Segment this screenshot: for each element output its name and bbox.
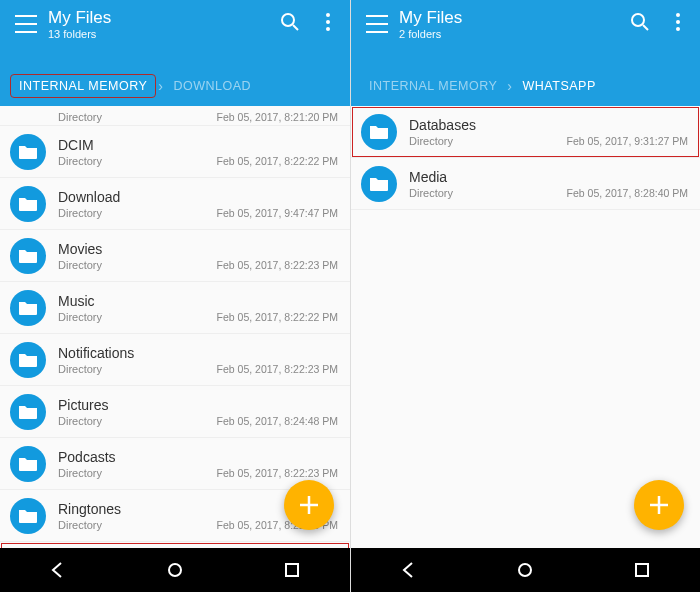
folder-icon	[18, 300, 38, 316]
file-type: Directory	[58, 467, 102, 479]
folder-icon	[18, 144, 38, 160]
svg-point-2	[326, 20, 330, 24]
plus-icon	[298, 494, 320, 516]
list-item[interactable]: MediaDirectoryFeb 05, 2017, 8:28:40 PM	[351, 158, 700, 210]
svg-point-6	[632, 14, 644, 26]
folder-icon	[18, 196, 38, 212]
file-name: Podcasts	[58, 448, 338, 467]
row-texts: NotificationsDirectoryFeb 05, 2017, 8:22…	[46, 344, 338, 375]
row-texts: MusicDirectoryFeb 05, 2017, 8:22:22 PM	[46, 292, 338, 323]
file-date: Feb 05, 2017, 8:22:23 PM	[217, 259, 338, 271]
breadcrumb: INTERNAL MEMORY›WHATSAPP	[351, 72, 700, 106]
fab-add[interactable]	[284, 480, 334, 530]
appbar-actions	[278, 8, 340, 34]
file-type: Directory	[409, 135, 453, 147]
chevron-right-icon: ›	[505, 78, 514, 94]
nav-home[interactable]	[510, 555, 540, 585]
app-title: My Files	[399, 8, 628, 28]
folder-icon-wrap	[10, 134, 46, 170]
menu-button[interactable]	[361, 8, 393, 40]
appbar-actions	[628, 8, 690, 34]
folder-icon-wrap	[10, 446, 46, 482]
search-button[interactable]	[278, 10, 302, 34]
file-name: Music	[58, 292, 338, 311]
file-date: Feb 05, 2017, 8:28:40 PM	[567, 187, 688, 199]
breadcrumb-item[interactable]: WHATSAPP	[515, 75, 604, 97]
nav-recent[interactable]	[627, 555, 657, 585]
file-date: Feb 05, 2017, 8:22:23 PM	[217, 467, 338, 479]
nav-back[interactable]	[394, 555, 424, 585]
file-type: Directory	[58, 519, 102, 531]
list-item[interactable]: PicturesDirectoryFeb 05, 2017, 8:24:48 P…	[0, 386, 350, 438]
more-vert-icon	[326, 13, 330, 31]
svg-point-10	[519, 564, 531, 576]
overflow-button[interactable]	[316, 10, 340, 34]
file-type: Directory	[58, 207, 102, 219]
file-name: Databases	[409, 116, 688, 135]
file-name: Notifications	[58, 344, 338, 363]
back-icon	[49, 561, 67, 579]
nav-home[interactable]	[160, 555, 190, 585]
breadcrumb-item[interactable]: INTERNAL MEMORY	[361, 75, 505, 97]
search-icon	[630, 12, 650, 32]
folder-icon	[18, 456, 38, 472]
file-type: Directory	[58, 311, 102, 323]
row-texts: DCIMDirectoryFeb 05, 2017, 8:22:22 PM	[46, 136, 338, 167]
folder-icon-wrap	[361, 114, 397, 150]
folder-icon-wrap	[10, 238, 46, 274]
recent-icon	[634, 562, 650, 578]
navbar	[0, 548, 350, 592]
file-name: Pictures	[58, 396, 338, 415]
menu-button[interactable]	[10, 8, 42, 40]
breadcrumb-item[interactable]: INTERNAL MEMORY	[10, 74, 156, 98]
nav-back[interactable]	[43, 555, 73, 585]
folder-icon	[18, 248, 38, 264]
file-date: Feb 05, 2017, 8:24:48 PM	[217, 415, 338, 427]
pane-left: My Files 13 folders INTERNAL MEMORY›DOWN…	[0, 0, 350, 592]
svg-point-4	[169, 564, 181, 576]
overflow-button[interactable]	[666, 10, 690, 34]
file-name: Movies	[58, 240, 338, 259]
file-type: Directory	[58, 155, 102, 167]
row-texts: DatabasesDirectoryFeb 05, 2017, 9:31:27 …	[397, 116, 688, 147]
list-item[interactable]: MoviesDirectoryFeb 05, 2017, 8:22:23 PM	[0, 230, 350, 282]
list-item[interactable]: DatabasesDirectoryFeb 05, 2017, 9:31:27 …	[351, 106, 700, 158]
fab-add[interactable]	[634, 480, 684, 530]
plus-icon	[648, 494, 670, 516]
folder-icon-wrap	[10, 290, 46, 326]
file-date: Feb 05, 2017, 9:31:27 PM	[567, 135, 688, 147]
folder-icon-wrap	[10, 498, 46, 534]
home-icon	[166, 562, 184, 578]
chevron-right-icon: ›	[156, 78, 165, 94]
file-type: Directory	[58, 111, 102, 123]
row-texts: DownloadDirectoryFeb 05, 2017, 9:47:47 P…	[46, 188, 338, 219]
hamburger-icon	[366, 15, 388, 33]
row-texts: MediaDirectoryFeb 05, 2017, 8:28:40 PM	[397, 168, 688, 199]
hamburger-icon	[15, 15, 37, 33]
folder-icon-wrap	[10, 342, 46, 378]
file-name: Download	[58, 188, 338, 207]
file-date: Feb 05, 2017, 8:22:23 PM	[217, 363, 338, 375]
appbar-title-block: My Files 13 folders	[42, 8, 278, 40]
svg-point-9	[676, 27, 680, 31]
list-item[interactable]: DownloadDirectoryFeb 05, 2017, 9:47:47 P…	[0, 178, 350, 230]
svg-point-7	[676, 13, 680, 17]
file-type: Directory	[58, 363, 102, 375]
list-item[interactable]: DCIMDirectoryFeb 05, 2017, 8:22:22 PM	[0, 126, 350, 178]
svg-rect-5	[286, 564, 298, 576]
svg-point-8	[676, 20, 680, 24]
file-type: Directory	[58, 415, 102, 427]
nav-recent[interactable]	[277, 555, 307, 585]
back-icon	[400, 561, 418, 579]
search-button[interactable]	[628, 10, 652, 34]
list-item[interactable]: NotificationsDirectoryFeb 05, 2017, 8:22…	[0, 334, 350, 386]
folder-icon-wrap	[10, 186, 46, 222]
folder-icon	[369, 124, 389, 140]
breadcrumb-item[interactable]: DOWNLOAD	[166, 75, 260, 97]
file-name: DCIM	[58, 136, 338, 155]
app-title: My Files	[48, 8, 278, 28]
list-item-partial[interactable]: Directory Feb 05, 2017, 8:21:20 PM	[0, 106, 350, 126]
breadcrumb: INTERNAL MEMORY›DOWNLOAD	[0, 72, 350, 106]
list-item[interactable]: MusicDirectoryFeb 05, 2017, 8:22:22 PM	[0, 282, 350, 334]
file-date: Feb 05, 2017, 8:21:20 PM	[217, 111, 338, 123]
